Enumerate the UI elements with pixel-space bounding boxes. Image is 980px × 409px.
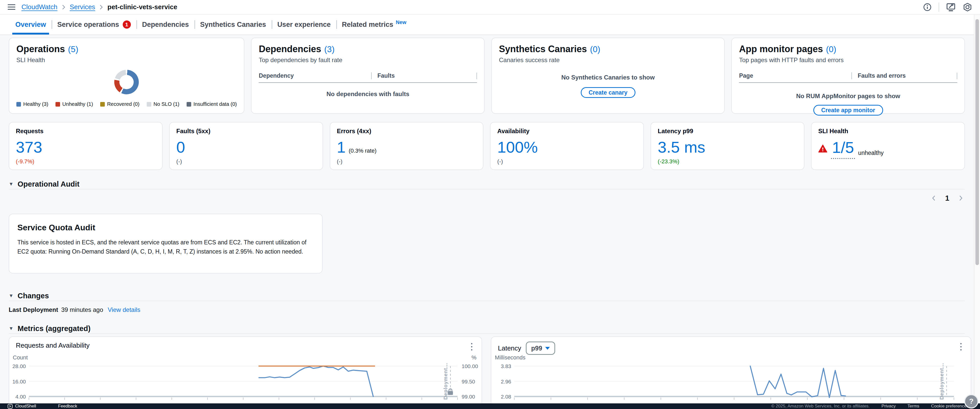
column-header-faults-errors[interactable]: Faults and errors (851, 72, 957, 79)
kpi-change-note: (-9.7%) (16, 158, 34, 165)
legend-label: No SLO (1) (154, 101, 180, 107)
dependencies-card-title: Dependencies (259, 44, 321, 54)
operations-card-subtitle: SLI Health (16, 56, 237, 64)
pagination-prev-icon[interactable] (931, 194, 937, 202)
legend-item[interactable]: No SLO (1) (147, 101, 180, 107)
svg-text:2.08: 2.08 (501, 394, 511, 399)
pagination-page-number[interactable]: 1 (945, 194, 949, 202)
settings-hexagon-icon[interactable] (963, 2, 972, 12)
legend-label: Healthy (3) (23, 101, 48, 107)
cloudshell-link[interactable]: CloudShell (15, 404, 36, 409)
svg-text:99.00: 99.00 (461, 394, 475, 399)
kpi-value[interactable]: 1/5 (831, 138, 855, 159)
svg-text:4.00: 4.00 (15, 394, 26, 399)
vertical-scrollbar (974, 14, 980, 403)
info-icon[interactable] (923, 3, 932, 12)
app-monitor-count-link[interactable]: (0) (826, 45, 836, 54)
changes-section-header[interactable]: ▼ Changes (9, 291, 965, 301)
latency-percentile-dropdown[interactable]: p99 (526, 342, 555, 355)
create-canary-button[interactable]: Create canary (581, 87, 635, 98)
sli-health-donut-chart[interactable] (114, 70, 139, 94)
operational-audit-section-header[interactable]: ▼ Operational Audit (9, 179, 965, 189)
collapse-arrow-icon: ▼ (9, 293, 14, 299)
app-monitor-pages-card: App monitor pages (0) Top pages with HTT… (731, 38, 965, 114)
operational-audit-heading: Operational Audit (18, 180, 80, 188)
top-bar-actions (923, 2, 972, 12)
kpi-card-latency-p99: Latency p993.5 ms(-23.3%) (651, 122, 804, 170)
bottom-bar: CloudShell Feedback © 2025, Amazon Web S… (0, 403, 980, 409)
legend-label: Insufficient data (0) (194, 101, 237, 107)
legend-item[interactable]: Insufficient data (0) (186, 101, 237, 107)
kebab-menu-icon[interactable] (956, 341, 965, 352)
collapse-arrow-icon: ▼ (9, 181, 14, 187)
kebab-menu-icon[interactable] (467, 341, 476, 352)
tab-label: Service operations (57, 21, 119, 29)
monitor-tools-icon[interactable] (946, 2, 956, 12)
column-header-page[interactable]: Page (739, 72, 851, 79)
feedback-link[interactable]: Feedback (58, 404, 77, 409)
svg-text:28.00: 28.00 (12, 363, 26, 369)
tab-bar: OverviewService operations1DependenciesS… (0, 14, 980, 35)
hamburger-menu-icon[interactable] (8, 4, 15, 10)
canaries-count-link[interactable]: (0) (590, 45, 600, 54)
warning-triangle-icon (818, 145, 827, 153)
legend-item[interactable]: Recovered (0) (100, 101, 140, 107)
tab-service-operations[interactable]: Service operations1 (52, 14, 137, 35)
view-details-link[interactable]: View details (108, 306, 140, 314)
svg-text:%: % (471, 354, 476, 361)
column-header-faults[interactable]: Faults (371, 72, 476, 79)
kpi-value: 0 (177, 139, 185, 155)
tab-overview[interactable]: Overview (10, 14, 52, 35)
breadcrumb-cloudwatch[interactable]: CloudWatch (21, 3, 57, 11)
breadcrumb-services[interactable]: Services (70, 3, 95, 11)
copyright-text: © 2025, Amazon Web Services, Inc. or its… (771, 404, 870, 409)
latency-chart-card: Latency p99 Milliseconds3.832.962.0800:0… (491, 336, 971, 409)
operations-card: Operations (5) SLI Health Healthy (3)Unh… (9, 38, 244, 114)
cookie-preferences-link[interactable]: Cookie preferences (931, 404, 969, 409)
operations-card-title: Operations (16, 44, 65, 54)
app-monitor-card-title: App monitor pages (739, 44, 823, 54)
page-content: Operations (5) SLI Health Healthy (3)Unh… (0, 35, 980, 409)
tab-related-metrics[interactable]: Related metricsNew (336, 14, 412, 35)
tab-label: User experience (277, 21, 331, 29)
svg-text:99.50: 99.50 (461, 379, 475, 384)
column-header-dependency[interactable]: Dependency (259, 72, 371, 79)
kpi-caption: unhealthy (858, 150, 884, 156)
scrollbar-thumb[interactable] (975, 19, 979, 265)
dependencies-card: Dependencies (3) Top dependencies by fau… (251, 38, 485, 114)
metrics-aggregated-section-header[interactable]: ▼ Metrics (aggregated) (9, 324, 965, 334)
cloudwatch-service-page: CloudWatch Services pet-clinic-vets-serv… (0, 0, 980, 409)
chevron-right-icon (62, 4, 66, 10)
tab-user-experience[interactable]: User experience (272, 14, 336, 35)
canaries-card-subtitle: Canaries success rate (499, 56, 717, 64)
legend-item[interactable]: Unhealthy (1) (56, 101, 93, 107)
synthetics-canaries-card: Synthetics Canaries (0) Canaries success… (491, 38, 725, 114)
dependencies-count-link[interactable]: (3) (325, 45, 334, 54)
legend-label: Recovered (0) (107, 101, 140, 107)
tab-synthetics-canaries[interactable]: Synthetics Canaries (194, 14, 272, 35)
pagination-next-icon[interactable] (958, 194, 964, 202)
divider (957, 73, 957, 79)
tab-dependencies[interactable]: Dependencies (137, 14, 194, 35)
kpi-value-suffix: (0.3% rate) (348, 148, 377, 154)
create-app-monitor-button[interactable]: Create app monitor (813, 105, 883, 116)
chart-title: Requests and Availability (16, 342, 90, 349)
kpi-change-note: (-) (337, 158, 342, 165)
kpi-change-note: (-) (177, 158, 182, 165)
divider (259, 82, 477, 83)
legend-item[interactable]: Healthy (3) (16, 101, 48, 107)
help-bubble-button[interactable]: ? (964, 394, 978, 409)
operations-count-link[interactable]: (5) (68, 45, 78, 54)
legend-swatch (16, 102, 21, 107)
kpi-value: 100% (497, 139, 538, 155)
terms-link[interactable]: Terms (907, 404, 919, 409)
kpi-title: Availability (497, 127, 637, 135)
svg-text:Deployment...: Deployment... (939, 363, 945, 399)
kpi-value: 373 (16, 139, 42, 155)
divider (939, 3, 939, 12)
legend-swatch (147, 102, 151, 107)
privacy-link[interactable]: Privacy (881, 404, 896, 409)
cloudshell-icon[interactable] (8, 404, 13, 409)
breadcrumb-current-service: pet-clinic-vets-service (107, 3, 177, 11)
svg-text:2.96: 2.96 (501, 379, 511, 384)
